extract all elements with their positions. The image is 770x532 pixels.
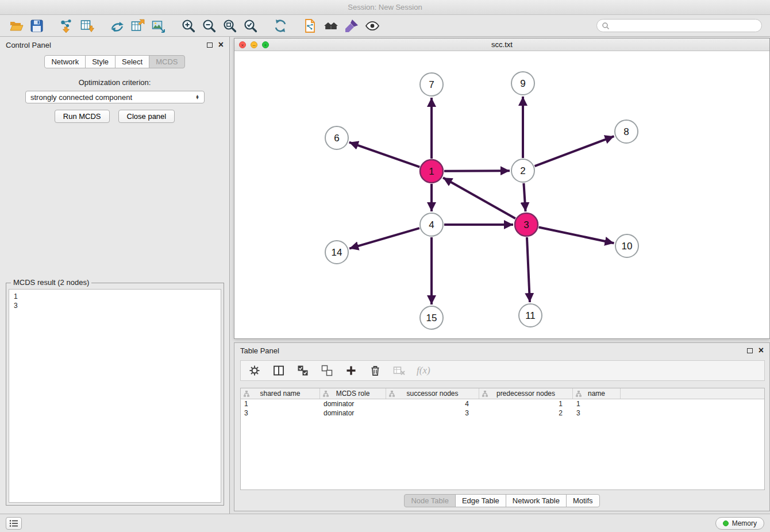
table-tab-motifs[interactable]: Motifs [566, 494, 600, 507]
export-image-icon [151, 18, 166, 33]
network-graph: 7968124314101511 [234, 51, 769, 338]
mcds-result-line: 1 [14, 292, 216, 301]
cell-shared-name: 1 [241, 399, 320, 408]
edge-3-1[interactable] [443, 178, 515, 218]
zoom-in-button[interactable] [178, 17, 199, 35]
window-minimize-icon[interactable]: – [251, 41, 257, 48]
node-1[interactable]: 1 [420, 160, 443, 183]
title-bar: Session: New Session [0, 0, 770, 15]
close-table-panel-icon[interactable]: × [759, 346, 764, 355]
node-9[interactable]: 9 [511, 72, 534, 95]
node-3[interactable]: 3 [515, 213, 538, 236]
node-7[interactable]: 7 [420, 73, 443, 96]
search-input[interactable] [612, 22, 757, 30]
edge-4-14[interactable] [349, 228, 419, 248]
edge-1-6[interactable] [349, 142, 420, 167]
close-panel-icon[interactable]: × [218, 40, 224, 49]
import-table-button[interactable] [77, 17, 98, 35]
delete-column-button[interactable] [368, 364, 382, 377]
svg-text:15: 15 [426, 313, 437, 323]
optimization-select-value: strongly connected component [30, 93, 132, 102]
node-15[interactable]: 15 [420, 306, 443, 329]
optimization-criterion-label: Optimization criterion: [0, 78, 229, 87]
tab-style[interactable]: Style [85, 55, 116, 68]
memory-button[interactable]: Memory [715, 517, 764, 530]
column-header-predecessor-nodes[interactable]: predecessor nodes [479, 388, 573, 399]
column-header-successor-nodes[interactable]: successor nodes [386, 388, 479, 399]
style-brush-icon [344, 18, 359, 33]
zoom-fit-button[interactable] [220, 17, 240, 35]
float-panel-icon[interactable] [207, 43, 213, 48]
node-4[interactable]: 4 [420, 213, 443, 236]
window-zoom-icon[interactable]: + [262, 41, 269, 48]
save-session-button[interactable] [26, 17, 47, 35]
node-6[interactable]: 6 [325, 126, 348, 149]
tab-mcds[interactable]: MCDS [149, 55, 184, 68]
zoom-out-button[interactable] [199, 17, 220, 35]
apply-layout-button[interactable] [107, 17, 128, 35]
show-all-neighbors-button[interactable] [321, 17, 341, 35]
window-close-icon[interactable]: × [239, 41, 246, 48]
column-header-mcds-role[interactable]: MCDS role [320, 388, 386, 399]
float-table-panel-icon[interactable] [747, 348, 753, 353]
edge-2-3[interactable] [523, 183, 525, 211]
network-canvas[interactable]: 7968124314101511 [234, 51, 769, 338]
close-panel-button[interactable]: Close panel [118, 110, 175, 123]
eye-icon [365, 18, 380, 33]
column-header-name[interactable]: name [573, 388, 621, 399]
export-image-button[interactable] [148, 17, 169, 35]
edge-3-10[interactable] [539, 228, 614, 244]
table-tab-edge-table[interactable]: Edge Table [455, 494, 506, 507]
search-field[interactable] [596, 19, 762, 32]
table-tab-network-table[interactable]: Network Table [506, 494, 567, 507]
svg-text:14: 14 [332, 247, 342, 258]
table-tab-node-table[interactable]: Node Table [404, 494, 456, 507]
node-11[interactable]: 11 [519, 304, 542, 327]
mcds-result-list[interactable]: 13 [9, 289, 221, 503]
clone-network-button[interactable] [300, 17, 321, 35]
cell-predecessor-nodes: 1 [479, 399, 573, 408]
tab-network[interactable]: Network [44, 55, 86, 68]
toolbar-separator [98, 15, 107, 36]
delete-table-button-disabled [392, 364, 406, 377]
node-8[interactable]: 8 [615, 120, 638, 143]
node-14[interactable]: 14 [325, 241, 348, 264]
zoom-fit-icon [222, 18, 237, 33]
edge-2-8[interactable] [535, 136, 614, 166]
apply-style-button[interactable] [341, 17, 362, 35]
toolbar-separator [291, 15, 300, 36]
column-header-filler [621, 388, 764, 399]
edge-1-2[interactable] [444, 171, 510, 171]
table-header-row: shared nameMCDS rolesuccessor nodesprede… [241, 388, 764, 399]
table-row[interactable]: 3dominator323 [241, 408, 764, 418]
open-session-button[interactable] [6, 17, 26, 35]
optimization-select[interactable]: strongly connected component ▲▼ [25, 91, 205, 103]
table-settings-button[interactable] [248, 364, 261, 377]
column-tree-icon [322, 391, 329, 399]
zoom-selected-button[interactable] [240, 17, 261, 35]
edge-3-11[interactable] [527, 237, 530, 302]
deselect-all-icon [321, 365, 333, 376]
refresh-icon [273, 18, 288, 33]
show-hide-graphics-button[interactable] [362, 17, 383, 35]
import-network-button[interactable] [56, 17, 77, 35]
column-header-shared-name[interactable]: shared name [241, 388, 320, 399]
task-history-button[interactable] [6, 517, 22, 530]
table-row[interactable]: 1dominator411 [241, 399, 764, 408]
tab-select[interactable]: Select [115, 55, 149, 68]
network-window-titlebar[interactable]: × – + scc.txt [234, 38, 769, 51]
deselect-all-button[interactable] [320, 364, 334, 377]
node-10[interactable]: 10 [615, 234, 638, 257]
export-table-button[interactable] [128, 17, 148, 35]
column-tree-icon [482, 391, 488, 399]
document-share-icon [303, 18, 318, 33]
zoom-selected-icon [243, 18, 258, 33]
select-all-button[interactable] [296, 364, 310, 377]
node-2[interactable]: 2 [511, 159, 534, 182]
run-mcds-button[interactable]: Run MCDS [55, 110, 110, 123]
add-column-button[interactable] [344, 364, 358, 377]
svg-text:9: 9 [520, 78, 525, 89]
svg-text:7: 7 [429, 79, 434, 90]
column-visibility-button[interactable] [272, 364, 286, 377]
refresh-button[interactable] [270, 17, 291, 35]
